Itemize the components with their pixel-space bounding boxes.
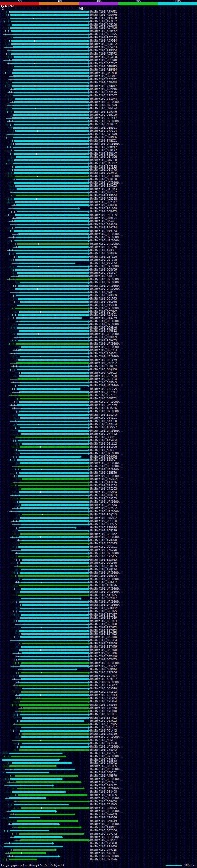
hit-label[interactable]: UniRef100_Q9N161 <box>90 291 117 294</box>
hit-label[interactable]: UniRef100_UPI0000... <box>90 681 124 684</box>
hit-bar[interactable] <box>13 124 88 125</box>
hit-bar[interactable] <box>19 685 88 686</box>
hit-bar[interactable] <box>19 366 88 367</box>
hit-bar[interactable] <box>18 495 88 496</box>
hit-bar[interactable] <box>18 314 88 316</box>
hit-bar[interactable] <box>10 27 88 29</box>
hit-label[interactable]: UniRef100_B9J5H0 <box>90 742 117 745</box>
hit-bar[interactable] <box>15 308 88 309</box>
hit-label[interactable]: UniRef100_Q4WTE1 <box>90 397 117 400</box>
hit-label[interactable]: UniRef100_UPI0000... <box>90 120 124 123</box>
hit-label[interactable]: UniRef100_UPI0000... <box>90 536 124 538</box>
hit-bar[interactable] <box>9 752 62 754</box>
hit-bar[interactable] <box>18 466 88 467</box>
hit-bar[interactable] <box>19 795 86 796</box>
hit-bar[interactable] <box>14 140 88 142</box>
hit-label[interactable]: UniRef100_Q6Z1W7 <box>90 62 117 65</box>
hit-label[interactable]: UniRef100_B6KR61 <box>90 436 117 439</box>
hit-label[interactable]: UniRef100_B4QHC0 <box>90 368 117 371</box>
hit-label[interactable]: UniRef100_C7E944 <box>90 697 117 700</box>
hit-label[interactable]: UniRef100_B3TH66 <box>90 652 117 655</box>
hit-bar[interactable] <box>22 743 88 744</box>
hit-label[interactable]: UniRef100_Q3KQT6 <box>90 301 117 303</box>
hit-bar[interactable] <box>14 220 88 222</box>
hit-label[interactable]: UniRef100_B3TH93 <box>90 620 117 623</box>
hit-label[interactable]: UniRef100_Q07266 <box>90 246 117 248</box>
hit-label[interactable]: UniRef100_C7E947 <box>90 684 117 687</box>
hit-bar[interactable] <box>13 804 68 805</box>
hit-label[interactable]: UniRef100_B3TH48 <box>90 636 117 639</box>
hit-label[interactable]: UniRef100_UPI0000... <box>90 323 124 326</box>
hit-label[interactable]: UniRef100_UPI0000... <box>90 278 124 281</box>
hit-bar[interactable] <box>21 598 80 599</box>
hit-label[interactable]: UniRef100_A1JW36 <box>90 845 117 848</box>
hit-bar[interactable] <box>19 437 88 438</box>
hit-bar[interactable] <box>22 604 88 606</box>
hit-label[interactable]: UniRef100_B2WDV5 <box>90 807 117 809</box>
hit-label[interactable]: UniRef100_UPI0000... <box>90 430 124 432</box>
hit-label[interactable]: UniRef100_Q9RUE9 <box>90 336 117 339</box>
hit-label[interactable]: UniRef100_B9F3I3 <box>90 165 117 168</box>
hit-bar[interactable] <box>21 469 88 470</box>
hit-bar[interactable] <box>20 617 88 619</box>
hit-label[interactable]: UniRef100_B3TH92 <box>90 716 117 719</box>
hit-bar[interactable] <box>19 749 88 751</box>
hit-bar[interactable] <box>16 156 88 158</box>
hit-label[interactable]: UniRef100_UPI0000... <box>90 662 124 664</box>
hit-label[interactable]: UniRef100_C3WX62 <box>90 365 117 368</box>
hit-label[interactable]: UniRef100_Q61P75 <box>90 298 117 300</box>
hit-label[interactable]: UniRef100_B6AGH1 <box>90 220 117 223</box>
hit-label[interactable]: UniRef100_Q2H954 <box>90 575 117 577</box>
hit-label[interactable]: UniRef100_B6QGY9 <box>90 820 117 823</box>
hit-bar[interactable] <box>15 269 88 271</box>
hit-bar[interactable] <box>12 127 88 129</box>
hit-label[interactable]: UniRef100_B5DG40 <box>90 111 117 113</box>
hit-bar[interactable] <box>17 272 88 274</box>
hit-bar[interactable] <box>17 327 88 329</box>
hit-label[interactable]: UniRef100_UPI0000... <box>90 736 124 738</box>
hit-label[interactable]: UniRef100_Q5QBH6 <box>90 327 117 329</box>
hit-bar[interactable] <box>19 585 88 586</box>
hit-label[interactable]: UniRef100_Q0P3W7 <box>90 201 117 204</box>
hit-label[interactable]: UniRef100_UPI0000... <box>90 591 124 593</box>
hit-bar[interactable] <box>21 582 88 583</box>
hit-bar[interactable] <box>22 652 88 654</box>
hit-bar[interactable] <box>20 482 88 483</box>
hit-label[interactable]: UniRef100_A9PDI4 <box>90 39 117 42</box>
hit-label[interactable]: UniRef100_UPI0000... <box>90 745 124 748</box>
hit-label[interactable]: UniRef100_C3Z911 <box>90 391 117 394</box>
hit-bar[interactable] <box>19 833 83 835</box>
hit-label[interactable]: UniRef100_B3TH63 <box>90 632 117 635</box>
hit-bar[interactable] <box>22 514 88 516</box>
hit-label[interactable]: UniRef100_A8WAC3 <box>90 372 117 374</box>
hit-bar[interactable] <box>21 807 88 809</box>
hit-bar[interactable] <box>22 559 88 561</box>
hit-label[interactable]: UniRef100_A6RZD6 <box>90 407 117 410</box>
hit-bar[interactable] <box>20 282 88 283</box>
hit-label[interactable]: UniRef100_C8ZD13 <box>90 694 117 696</box>
hit-bar[interactable] <box>21 662 88 664</box>
hit-bar[interactable] <box>16 253 88 254</box>
hit-label[interactable]: UniRef100_B5DKD3 <box>90 339 117 342</box>
hit-bar[interactable] <box>17 266 88 267</box>
hit-bar[interactable] <box>23 733 88 735</box>
hit-bar[interactable] <box>15 775 77 777</box>
hit-bar[interactable] <box>12 50 88 52</box>
hit-label[interactable]: UniRef100_Q2GNA4 <box>90 491 117 494</box>
hit-label[interactable]: UniRef100_Q5CPU2 <box>90 362 117 365</box>
hit-bar[interactable] <box>16 317 80 319</box>
hit-bar[interactable] <box>18 475 88 477</box>
hit-bar[interactable] <box>19 311 88 313</box>
hit-label[interactable]: UniRef100_Q4PJH8 <box>90 420 117 423</box>
hit-label[interactable]: UniRef100_A6N139 <box>90 529 117 532</box>
hit-bar[interactable] <box>17 188 88 190</box>
hit-label[interactable]: UniRef100_C7E818 <box>90 710 117 713</box>
hit-label[interactable]: UniRef100_Q075D8 <box>90 375 117 377</box>
hit-label[interactable]: UniRef100_UPI0000... <box>90 600 124 603</box>
hit-label[interactable]: UniRef100_UPI0000... <box>90 284 124 287</box>
hit-bar[interactable] <box>21 408 88 409</box>
hit-bar[interactable] <box>19 536 88 538</box>
hit-label[interactable]: UniRef100_C5YCR2 <box>90 78 117 81</box>
hit-bar[interactable] <box>19 566 88 567</box>
hit-label[interactable]: UniRef100_UPI0000... <box>90 355 124 358</box>
